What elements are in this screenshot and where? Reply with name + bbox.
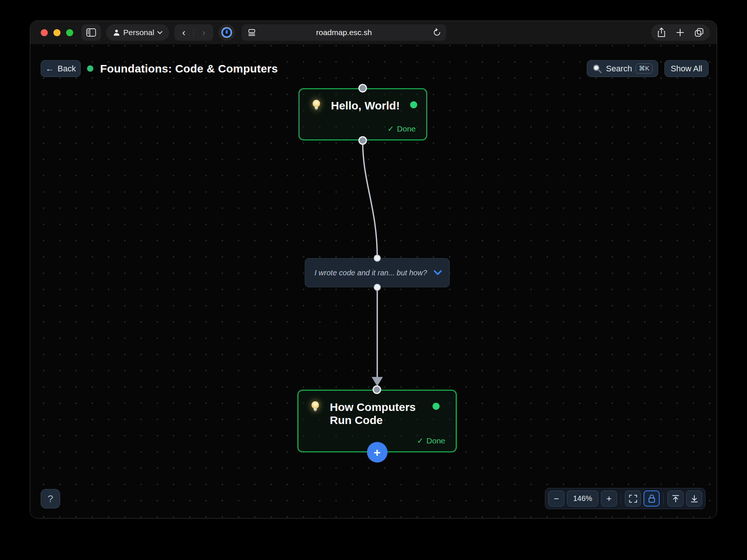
onepassword-icon	[221, 27, 233, 38]
forward-arrow-icon[interactable]: ›	[197, 28, 211, 37]
question-text: I wrote code and it ran... but how?	[314, 268, 434, 278]
download-icon	[690, 495, 698, 503]
zoom-out-label: −	[554, 494, 559, 504]
add-node-label: +	[374, 446, 381, 458]
url-bar[interactable]: roadmap.esc.sh	[242, 24, 446, 41]
node-done-badge: ✓ Done	[309, 124, 417, 133]
node-question[interactable]: I wrote code and it ran... but how?	[305, 258, 450, 287]
upload-icon	[672, 495, 680, 503]
node-how-header: How Computers Run Code	[308, 400, 447, 427]
profile-menu-button[interactable]: Personal	[106, 24, 169, 41]
node-title: How Computers Run Code	[330, 400, 425, 427]
search-button[interactable]: Search ⌘K	[587, 60, 658, 77]
lock-icon	[648, 494, 656, 503]
close-window-button[interactable]	[41, 29, 48, 36]
share-icon[interactable]	[657, 27, 666, 38]
canvas-controls: − 146% +	[545, 488, 706, 509]
search-icon	[592, 64, 602, 74]
back-button-label: Back	[58, 64, 76, 74]
fit-view-icon	[629, 495, 637, 503]
browser-window: Personal ‹ › roadmap.esc.sh	[30, 21, 717, 519]
chevron-down-icon[interactable]	[434, 270, 442, 275]
person-icon	[113, 29, 120, 36]
roadmap-status-dot	[87, 65, 93, 72]
zoom-out-button[interactable]: −	[548, 491, 564, 507]
reload-icon[interactable]	[433, 28, 441, 37]
node-status-dot	[433, 403, 440, 410]
node-how-computers-run-code[interactable]: How Computers Run Code ✓ Done +	[297, 390, 457, 452]
minimize-window-button[interactable]	[53, 29, 61, 36]
edge-hello-to-question	[363, 141, 377, 257]
history-nav: ‹ ›	[174, 24, 213, 41]
lock-button[interactable]	[644, 491, 660, 507]
check-icon: ✓	[417, 436, 424, 445]
window-actions	[651, 24, 710, 41]
zoom-level: 146%	[567, 491, 598, 507]
edge-arrowhead	[372, 377, 383, 386]
controls-divider	[621, 493, 621, 504]
nav-divider	[193, 28, 194, 37]
node-hello-world[interactable]: Hello, World! ✓ Done	[298, 88, 427, 140]
node-title: Hello, World!	[331, 99, 403, 112]
add-node-button[interactable]: +	[367, 442, 387, 462]
chevron-down-icon	[157, 31, 162, 34]
handle-question-top[interactable]	[374, 255, 381, 262]
lightbulb-icon	[308, 400, 322, 414]
check-icon: ✓	[387, 124, 394, 133]
fit-view-button[interactable]	[625, 491, 641, 507]
show-all-button[interactable]: Show All	[664, 60, 709, 77]
zoom-in-button[interactable]: +	[601, 491, 617, 507]
lightbulb-icon	[309, 98, 323, 112]
page-title: Foundations: Code & Computers	[100, 62, 278, 75]
url-text: roadmap.esc.sh	[242, 28, 446, 37]
upload-button[interactable]	[667, 491, 684, 507]
sidebar-toggle-button[interactable]	[81, 24, 101, 41]
search-shortcut-badge: ⌘K	[636, 64, 652, 74]
traffic-lights	[37, 29, 76, 36]
tabs-overview-icon[interactable]	[694, 28, 704, 37]
handle-how-top[interactable]	[373, 386, 381, 394]
handle-hello-bottom[interactable]	[359, 136, 367, 145]
sidebar-toggle-icon	[86, 28, 96, 37]
back-arrow-glyph: ←	[46, 64, 54, 74]
handle-hello-top[interactable]	[359, 84, 367, 93]
back-button[interactable]: ← Back	[41, 60, 81, 77]
done-label: Done	[427, 436, 445, 445]
page-title-wrap: Foundations: Code & Computers	[87, 60, 278, 77]
node-hello-world-header: Hello, World!	[309, 99, 417, 112]
show-all-label: Show All	[671, 64, 702, 74]
zoom-in-label: +	[606, 494, 611, 504]
download-button[interactable]	[686, 491, 702, 507]
help-button[interactable]: ?	[41, 489, 60, 508]
profile-label: Personal	[123, 28, 154, 37]
roadmap-canvas[interactable]: ← Back Foundations: Code & Computers Sea…	[30, 44, 717, 518]
done-label: Done	[397, 124, 416, 133]
help-label: ?	[48, 493, 53, 505]
search-button-label: Search	[606, 64, 632, 74]
node-status-dot	[410, 101, 417, 108]
controls-divider	[663, 493, 664, 504]
back-arrow-icon[interactable]: ‹	[177, 28, 191, 37]
handle-question-bottom[interactable]	[374, 284, 381, 291]
onepassword-extension-button[interactable]	[218, 24, 235, 41]
browser-titlebar: Personal ‹ › roadmap.esc.sh	[30, 21, 717, 44]
new-tab-icon[interactable]	[676, 28, 685, 37]
zoom-window-button[interactable]	[66, 29, 73, 36]
